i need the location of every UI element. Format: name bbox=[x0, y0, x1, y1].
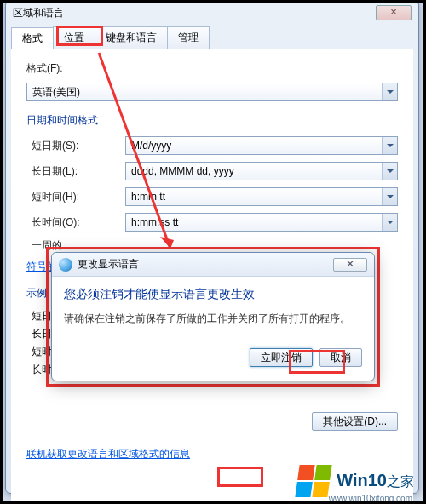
long-date-value: dddd, MMMM dd, yyyy bbox=[131, 165, 234, 177]
chevron-down-icon bbox=[382, 163, 397, 180]
format-label: 格式(F): bbox=[26, 61, 120, 76]
tab-format[interactable]: 格式 bbox=[11, 27, 54, 49]
windows-logo-icon bbox=[296, 465, 332, 497]
chevron-down-icon bbox=[382, 83, 397, 100]
long-time-label: 长时间(O): bbox=[32, 215, 125, 230]
short-date-label: 短日期(S): bbox=[32, 139, 125, 153]
dialog-heading: 您必须注销才能使显示语言更改生效 bbox=[64, 287, 362, 302]
window-title: 区域和语言 bbox=[13, 6, 64, 20]
dialog-titlebar: 更改显示语言 ✕ bbox=[52, 253, 374, 277]
watermark-suffix: 之家 bbox=[387, 474, 414, 489]
short-time-select[interactable]: h:mm tt bbox=[125, 187, 398, 206]
online-info-link[interactable]: 联机获取更改语言和区域格式的信息 bbox=[26, 448, 190, 460]
short-date-select[interactable]: M/d/yyyy bbox=[125, 136, 398, 155]
dialog-text: 请确保在注销之前保存了所做的工作并关闭了所有打开的程序。 bbox=[64, 311, 362, 326]
long-date-label: 长日期(L): bbox=[32, 164, 125, 179]
watermark-brand: Win10 bbox=[337, 471, 387, 490]
short-time-label: 短时间(H): bbox=[32, 190, 125, 204]
cancel-button[interactable]: 取消 bbox=[320, 348, 362, 367]
titlebar: 区域和语言 × bbox=[6, 1, 418, 25]
long-time-select[interactable]: h:mm:ss tt bbox=[125, 213, 398, 232]
logoff-now-button[interactable]: 立即注销 bbox=[250, 348, 313, 367]
region-language-window: 区域和语言 × 格式 位置 键盘和语言 管理 格式(F): 英语(美国) 日期和… bbox=[5, 0, 419, 494]
datetime-group-title: 日期和时间格式 bbox=[26, 113, 398, 128]
globe-icon bbox=[59, 258, 72, 272]
dialog-close-button[interactable]: ✕ bbox=[333, 258, 367, 272]
change-display-language-dialog: 更改显示语言 ✕ 您必须注销才能使显示语言更改生效 请确保在注销之前保存了所做的… bbox=[51, 252, 375, 381]
first-day-label: 一周的 bbox=[32, 238, 125, 253]
tabstrip: 格式 位置 键盘和语言 管理 bbox=[6, 26, 418, 49]
chevron-down-icon bbox=[382, 188, 397, 205]
close-button[interactable]: × bbox=[376, 5, 412, 20]
tab-keyboard-language[interactable]: 键盘和语言 bbox=[95, 26, 168, 49]
dialog-title: 更改显示语言 bbox=[78, 257, 139, 272]
watermark-url: www.win10xitong.com bbox=[329, 494, 412, 503]
long-time-value: h:mm:ss tt bbox=[131, 216, 178, 228]
tab-location[interactable]: 位置 bbox=[53, 26, 95, 49]
other-settings-button[interactable]: 其他设置(D)... bbox=[312, 412, 398, 431]
tab-admin[interactable]: 管理 bbox=[167, 26, 210, 49]
short-date-value: M/d/yyyy bbox=[131, 140, 171, 152]
chevron-down-icon bbox=[382, 214, 397, 231]
short-time-value: h:mm tt bbox=[131, 191, 165, 203]
chevron-down-icon bbox=[382, 137, 397, 154]
format-value: 英语(美国) bbox=[32, 85, 80, 100]
long-date-select[interactable]: dddd, MMMM dd, yyyy bbox=[125, 162, 398, 180]
watermark: Win10之家 bbox=[297, 465, 414, 497]
format-select[interactable]: 英语(美国) bbox=[26, 83, 398, 101]
annotation-footer-box bbox=[217, 467, 263, 487]
